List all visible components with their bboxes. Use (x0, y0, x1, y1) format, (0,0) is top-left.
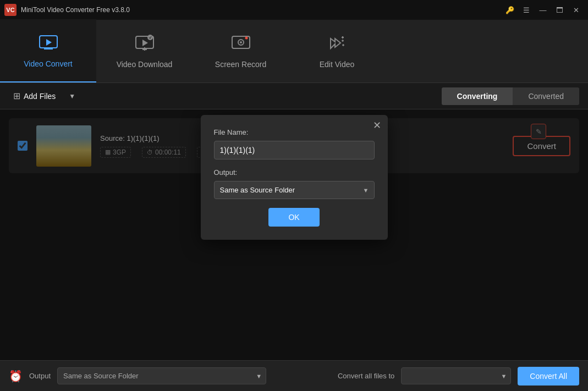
modal-output-field: Output: Same as Source Folder ▼ (214, 168, 375, 199)
edit-video-icon (327, 33, 347, 56)
nav-screen-record[interactable]: Screen Record (193, 19, 289, 82)
nav-edit-video[interactable]: Edit Video (289, 19, 385, 82)
bottom-bar: ⏰ Output Same as Source Folder ▼ Convert… (0, 360, 588, 391)
nav-bar: Video Convert Video Download Screen Reco… (0, 20, 588, 83)
add-files-button[interactable]: ⊞ Add Files (9, 89, 60, 103)
modal-filename-field: File Name: (214, 128, 375, 159)
main-content: Source: 1)(1)(1)(1) ▦ 3GP ⏱ 00:00:11 ⊡ 1… (0, 109, 588, 360)
app-title: MiniTool Video Converter Free v3.8.0 (21, 6, 498, 14)
title-bar: VC MiniTool Video Converter Free v3.8.0 … (0, 0, 588, 20)
modal-filename-label: File Name: (214, 128, 375, 136)
output-label: Output (29, 372, 51, 380)
tab-converting[interactable]: Converting (442, 87, 513, 105)
convert-all-button[interactable]: Convert All (518, 367, 579, 386)
nav-video-download-label: Video Download (117, 60, 173, 69)
minimize-icon: — (540, 6, 547, 14)
toolbar: ⊞ Add Files ▼ Converting Converted (0, 83, 588, 109)
menu-icon: ☰ (523, 6, 530, 14)
modal-ok-button[interactable]: OK (268, 208, 319, 227)
convert-all-label: Convert all files to (338, 372, 394, 380)
maximize-icon: 🗖 (556, 6, 563, 14)
video-convert-icon (39, 32, 58, 55)
key-icon: 🔑 (505, 6, 514, 14)
add-files-label: Add Files (24, 92, 56, 101)
nav-video-convert-label: Video Convert (24, 59, 72, 68)
modal-output-wrapper: Same as Source Folder ▼ (214, 181, 375, 199)
tab-converted[interactable]: Converted (513, 87, 579, 105)
close-icon: ✕ (573, 6, 579, 14)
nav-screen-record-label: Screen Record (215, 60, 266, 69)
modal-overlay: ✕ File Name: Output: Same as Source Fold… (0, 109, 588, 360)
video-download-icon (135, 33, 155, 56)
maximize-button[interactable]: 🗖 (552, 4, 567, 16)
modal-output-label: Output: (214, 168, 375, 177)
close-button[interactable]: ✕ (568, 4, 584, 16)
convert-all-select-wrapper: ▼ (401, 367, 511, 384)
menu-button[interactable]: ☰ (519, 4, 534, 16)
convert-all-format-select[interactable] (401, 367, 511, 384)
svg-point-2 (147, 35, 153, 40)
output-clock-icon: ⏰ (9, 370, 23, 383)
screen-record-icon (231, 33, 251, 56)
modal-output-select[interactable]: Same as Source Folder (214, 181, 375, 199)
modal-close-button[interactable]: ✕ (373, 120, 381, 130)
svg-point-5 (240, 41, 242, 43)
modal-dialog: ✕ File Name: Output: Same as Source Fold… (201, 115, 388, 240)
tabs-container: Converting Converted (442, 87, 579, 105)
output-folder-select[interactable]: Same as Source Folder (57, 367, 266, 384)
minimize-button[interactable]: — (535, 4, 551, 16)
add-files-dropdown[interactable]: ▼ (67, 90, 78, 102)
svg-point-6 (245, 37, 248, 40)
key-button[interactable]: 🔑 (502, 4, 518, 16)
nav-video-convert[interactable]: Video Convert (0, 19, 96, 82)
modal-filename-input[interactable] (214, 141, 375, 159)
nav-video-download[interactable]: Video Download (96, 19, 193, 82)
add-files-icon: ⊞ (13, 91, 20, 101)
nav-edit-video-label: Edit Video (320, 60, 355, 69)
title-controls: 🔑 ☰ — 🗖 ✕ (502, 4, 584, 16)
output-select-wrapper: Same as Source Folder ▼ (57, 367, 266, 384)
app-logo: VC (4, 4, 17, 16)
